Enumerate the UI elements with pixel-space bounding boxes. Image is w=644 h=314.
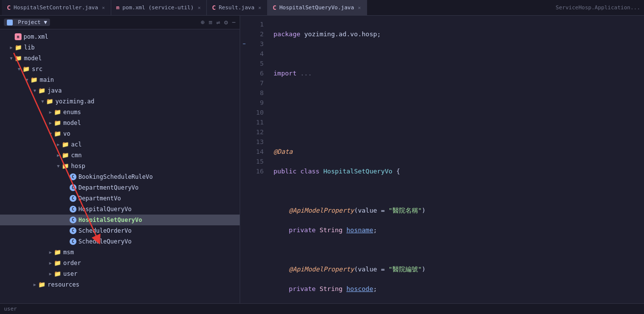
sidebar: Project ▼ ⊕ ≡ ⇌ ⚙ − (0, 16, 240, 303)
tree-arrow (31, 87, 38, 94)
tree-item-msm[interactable]: 📁 msm (0, 247, 240, 258)
code-line-2 (273, 49, 640, 59)
class-file-icon: C (70, 184, 76, 191)
tree-arrow (47, 270, 54, 277)
code-line-13: @ApiModelProperty(value = "醫院編號") (273, 265, 640, 274)
tab-label: HospitalSetQueryVo.java (279, 4, 354, 11)
tab-hospital-set-query-vo[interactable]: C HospitalSetQueryVo.java ✕ (268, 0, 367, 15)
code-line-8: public class HospitalSetQueryVo { (273, 167, 640, 176)
tree-arrow (8, 44, 15, 51)
tab-hospital-set-controller[interactable]: C HospitalSetController.java ✕ (2, 0, 111, 15)
tab-close-icon[interactable]: ✕ (257, 4, 262, 11)
folder-icon: 📁 (54, 270, 61, 277)
xml-file-icon: m (15, 33, 22, 40)
tree-item-user[interactable]: 📁 user (0, 268, 240, 279)
tree-item-java[interactable]: 📁 java (0, 85, 240, 96)
line-numbers: 1 2 3 4 5 6 7 8 9 10 11 12 13 14 15 16 (248, 16, 270, 303)
class-file-icon: C (70, 238, 76, 245)
tree-label: DepartmentVo (78, 195, 121, 202)
code-area[interactable]: − 1 2 3 4 5 6 (240, 16, 644, 303)
minimize-icon[interactable]: − (232, 19, 236, 26)
folder-icon: 📁 (54, 109, 61, 116)
tree-arrow (63, 227, 70, 234)
tree-item-schedule-order[interactable]: C ScheduleOrderVo (0, 225, 240, 236)
tree-arrow (8, 33, 15, 40)
code-line-1: package yoziming.ad.vo.hosp; (273, 29, 640, 39)
tree-item-department-query[interactable]: C DepartmentQueryVo (0, 182, 240, 193)
code-line-4 (273, 88, 640, 98)
project-icon (7, 20, 13, 25)
java-icon: C (272, 4, 276, 11)
tree-arrow (55, 141, 62, 148)
tab-close-icon[interactable]: ✕ (357, 4, 362, 11)
tree-item-pom[interactable]: m pom.xml (0, 31, 240, 42)
tree-item-cmn[interactable]: 📁 cmn (0, 150, 240, 161)
code-line-14: private String hoscode; (273, 284, 640, 294)
tree-arrow (47, 260, 54, 266)
tree-item-src[interactable]: 📁 src (0, 64, 240, 74)
code-line-12 (273, 245, 640, 255)
tree-arrow (55, 152, 62, 159)
tree-label: HospitalSetQueryVo (78, 217, 142, 223)
tree-item-department-vo[interactable]: C DepartmentVo (0, 193, 240, 204)
tree-item-booking-rule[interactable]: C BookingScheduleRuleVo (0, 171, 240, 182)
tree-item-model[interactable]: 📁 model (0, 53, 240, 64)
tree-arrow (47, 130, 54, 137)
tree-item-hospital-query[interactable]: C HospitalQueryVo (0, 204, 240, 215)
sidebar-title: Project ▼ (4, 19, 50, 26)
tree-label: msm (63, 249, 74, 256)
folder-icon: 📁 (23, 66, 30, 72)
tab-close-icon[interactable]: ✕ (101, 4, 106, 11)
code-line-7: @Data (273, 147, 640, 157)
sidebar-header: Project ▼ ⊕ ≡ ⇌ ⚙ − (0, 16, 240, 29)
class-file-icon: C (70, 206, 76, 213)
tree-label: ScheduleOrderVo (78, 227, 131, 234)
tab-label: pom.xml (service-util) (123, 4, 194, 11)
tree-arrow (47, 249, 54, 256)
tree-label: user (63, 270, 77, 277)
class-file-icon: C (70, 217, 76, 223)
tree-label: model (63, 120, 81, 126)
tree-label: acl (71, 141, 82, 148)
fold-icon[interactable]: − (240, 39, 248, 49)
folder-icon: 📁 (38, 87, 46, 94)
tree-item-main[interactable]: 📁 main (0, 74, 240, 85)
code-content[interactable]: package yoziming.ad.vo.hosp; import ... … (270, 16, 644, 303)
folder-icon: 📁 (46, 98, 53, 105)
tab-pom-xml[interactable]: m pom.xml (service-util) ✕ (111, 0, 207, 15)
folder-icon: 📁 (62, 163, 69, 169)
main-layout: Project ▼ ⊕ ≡ ⇌ ⚙ − (0, 16, 644, 303)
tree-arrow (47, 120, 54, 126)
tree-item-hosp[interactable]: 📁 hosp (0, 161, 240, 171)
tree-item-resources[interactable]: 📁 resources (0, 279, 240, 290)
project-label[interactable]: Project ▼ (4, 19, 50, 26)
tree-item-enums[interactable]: 📁 enums (0, 107, 240, 118)
tree-item-order[interactable]: 📁 order (0, 258, 240, 268)
folder-icon: 📁 (15, 55, 22, 62)
tree-arrow (55, 163, 62, 169)
add-icon[interactable]: ⊕ (201, 19, 205, 26)
tree-item-vo[interactable]: 📁 vo (0, 128, 240, 139)
tree-label: cmn (71, 152, 82, 159)
tree-item-lib[interactable]: 📁 lib (0, 42, 240, 53)
sync-icon[interactable]: ⇌ (217, 19, 221, 26)
tab-close-icon[interactable]: ✕ (197, 4, 201, 11)
folder-icon: 📁 (38, 281, 46, 288)
tree-label: resources (48, 281, 79, 288)
bottom-bar: user (0, 303, 644, 314)
code-line-9 (273, 186, 640, 196)
folder-icon: 📁 (15, 44, 22, 51)
tree-label: DepartmentQueryVo (78, 184, 139, 191)
tab-result-java[interactable]: C Result.java ✕ (207, 0, 268, 15)
folder-icon: 📁 (62, 141, 69, 148)
code-line-3: import ... (273, 69, 640, 78)
java-icon: C (212, 4, 216, 11)
tree-item-model-child[interactable]: 📁 model (0, 118, 240, 128)
collapse-icon[interactable]: ≡ (209, 19, 213, 26)
tree-item-yoziming-ad[interactable]: 📁 yoziming.ad (0, 96, 240, 107)
tree-item-acl[interactable]: 📁 acl (0, 139, 240, 150)
class-file-icon: C (70, 173, 76, 180)
settings-icon[interactable]: ⚙ (224, 19, 228, 26)
tree-item-schedule-query[interactable]: C ScheduleQueryVo (0, 236, 240, 247)
tree-item-hospital-set-query[interactable]: C HospitalSetQueryVo (0, 215, 240, 225)
